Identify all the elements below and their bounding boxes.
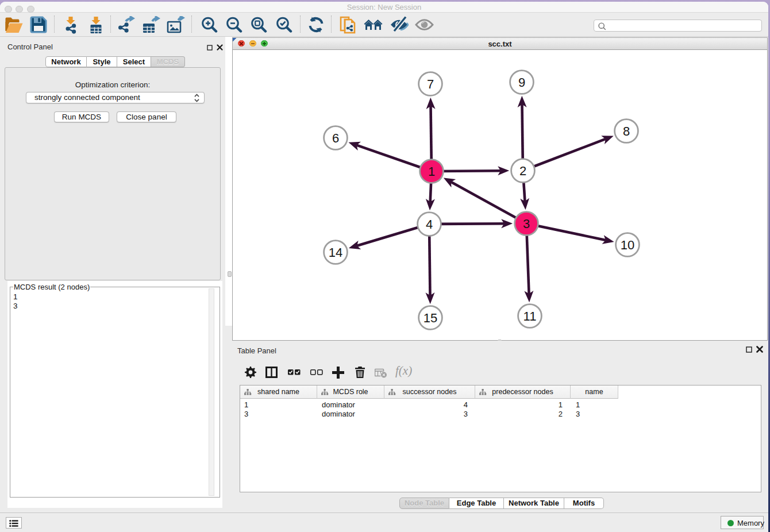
svg-text:3: 3 [523, 217, 530, 231]
svg-text:8: 8 [623, 124, 630, 138]
svg-text:7: 7 [427, 77, 434, 91]
svg-text:9: 9 [518, 75, 525, 90]
svg-text:14: 14 [329, 245, 342, 260]
svg-text:4: 4 [426, 217, 433, 232]
svg-text:2: 2 [519, 164, 526, 178]
svg-text:1: 1 [428, 164, 435, 179]
svg-text:10: 10 [621, 238, 634, 252]
svg-text:11: 11 [523, 309, 537, 323]
svg-text:6: 6 [332, 131, 339, 145]
svg-text:15: 15 [424, 311, 437, 325]
